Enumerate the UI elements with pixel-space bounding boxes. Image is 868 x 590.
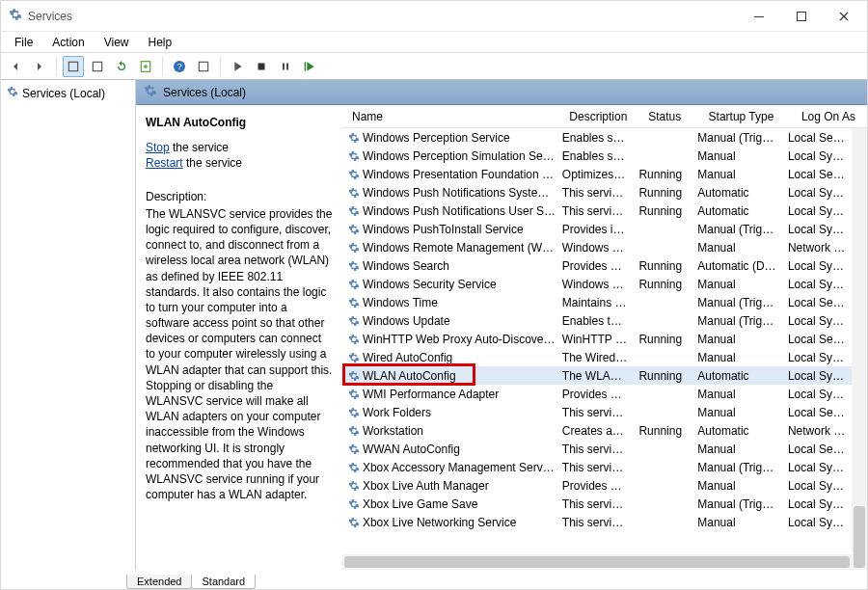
refresh-button[interactable]	[111, 56, 132, 77]
service-startup-cell: Manual	[692, 241, 782, 255]
app-gear-icon	[9, 8, 22, 24]
arrow-right-icon	[32, 59, 47, 74]
service-logon-cell: Local Syster	[782, 314, 852, 328]
service-row[interactable]: Windows Remote Management (WS-...Windows…	[342, 238, 852, 256]
service-name-cell: Windows Security Service	[363, 278, 556, 291]
service-desc-cell: The Wired A...	[556, 351, 634, 364]
scrollbar-thumb[interactable]	[344, 556, 850, 568]
service-startup-cell: Automatic (De...	[692, 259, 782, 273]
details-button[interactable]	[193, 56, 214, 77]
service-desc-cell: Provides aut...	[556, 479, 634, 493]
bottom-tabs: Extended Standard	[1, 570, 867, 589]
service-logon-cell: Local Servic	[782, 131, 852, 145]
service-desc-cell: The WLANS...	[556, 369, 634, 383]
properties-button[interactable]	[87, 56, 108, 77]
col-logon[interactable]: Log On As	[796, 110, 867, 123]
service-logon-cell: Local Servic	[782, 333, 852, 346]
horizontal-scrollbar[interactable]	[342, 554, 852, 570]
service-row[interactable]: WMI Performance AdapterProvides per...Ma…	[342, 385, 852, 403]
restart-service-link[interactable]: Restart	[146, 156, 183, 170]
help-button[interactable]	[169, 56, 190, 77]
service-desc-cell: Creates and ...	[556, 424, 634, 438]
nav-back-button[interactable]	[5, 56, 26, 77]
service-row[interactable]: Windows Push Notifications User Servi...…	[342, 201, 852, 220]
service-logon-cell: Local Syster	[782, 461, 852, 474]
service-row[interactable]: WinHTTP Web Proxy Auto-Discovery S...Win…	[342, 330, 852, 348]
maximize-button[interactable]	[780, 2, 823, 31]
tree-root[interactable]: Services (Local)	[1, 84, 135, 102]
service-row[interactable]: WLAN AutoConfigThe WLANS...RunningAutoma…	[342, 366, 852, 385]
service-name-cell: Windows Remote Management (WS-...	[363, 241, 556, 255]
service-row[interactable]: Windows UpdateEnables the ...Manual (Tri…	[342, 311, 852, 330]
window-title: Services	[28, 10, 72, 23]
menu-action[interactable]: Action	[42, 33, 94, 52]
service-row[interactable]: Windows Presentation Foundation Fo...Opt…	[342, 165, 852, 183]
service-startup-cell: Manual (Trigg...	[692, 296, 782, 309]
tab-extended[interactable]: Extended	[126, 575, 192, 589]
service-logon-cell: Local Syster	[782, 278, 852, 291]
col-desc[interactable]: Description	[563, 110, 642, 123]
col-startup[interactable]: Startup Type	[703, 110, 796, 123]
service-name-cell: Windows Perception Service	[363, 131, 556, 145]
stop-service-button[interactable]	[251, 56, 272, 77]
service-name-cell: WMI Performance Adapter	[363, 388, 556, 401]
close-button[interactable]	[823, 2, 865, 31]
service-name-cell: Xbox Live Networking Service	[363, 516, 556, 529]
service-row[interactable]: Windows TimeMaintains d...Manual (Trigg.…	[342, 293, 852, 311]
menu-file[interactable]: File	[5, 33, 42, 52]
vertical-scrollbar[interactable]	[852, 128, 867, 570]
rows-container: Windows Perception ServiceEnables spat..…	[342, 128, 852, 554]
service-logon-cell: Local Syster	[782, 351, 852, 364]
service-logon-cell: Local Servic	[782, 442, 852, 456]
scrollbar-thumb[interactable]	[854, 506, 865, 568]
service-startup-cell: Automatic	[692, 186, 782, 200]
service-startup-cell: Manual	[692, 516, 782, 529]
service-status-cell: Running	[633, 259, 692, 273]
column-headers: Name Description Status Startup Type Log…	[342, 105, 867, 128]
stop-service-link[interactable]: Stop	[146, 141, 170, 154]
service-row[interactable]: Windows Perception ServiceEnables spat..…	[342, 128, 852, 147]
restart-service-button[interactable]	[299, 56, 320, 77]
pause-service-button[interactable]	[275, 56, 296, 77]
service-row[interactable]: Wired AutoConfigThe Wired A...ManualLoca…	[342, 348, 852, 366]
service-row[interactable]: Windows Push Notifications System Se...T…	[342, 183, 852, 201]
gear-icon	[346, 370, 363, 382]
service-row[interactable]: Xbox Live Game SaveThis service ...Manua…	[342, 495, 852, 513]
export-button[interactable]	[135, 56, 156, 77]
service-row[interactable]: WWAN AutoConfigThis service ...ManualLoc…	[342, 440, 852, 458]
panel-title: Services (Local)	[163, 86, 246, 99]
service-row[interactable]: Windows PushToInstall ServiceProvides in…	[342, 220, 852, 238]
service-row[interactable]: Windows Perception Simulation ServiceEna…	[342, 147, 852, 165]
service-row[interactable]: Windows SearchProvides co...RunningAutom…	[342, 256, 852, 275]
menubar: File Action View Help	[1, 32, 867, 53]
service-status-cell: Running	[633, 369, 692, 383]
gear-icon	[346, 242, 363, 254]
service-desc-cell: Enables the ...	[556, 314, 634, 328]
show-hide-tree-button[interactable]	[63, 56, 84, 77]
menu-help[interactable]: Help	[139, 33, 182, 52]
tree-icon	[67, 60, 80, 73]
gear-icon	[346, 407, 363, 418]
service-row[interactable]: Xbox Live Auth ManagerProvides aut...Man…	[342, 476, 852, 495]
col-status[interactable]: Status	[642, 110, 702, 123]
menu-view[interactable]: View	[95, 33, 139, 52]
service-name-cell: Windows Update	[363, 314, 556, 328]
service-row[interactable]: Work FoldersThis service ...ManualLocal …	[342, 403, 852, 421]
service-row[interactable]: WorkstationCreates and ...RunningAutomat…	[342, 421, 852, 440]
minimize-button[interactable]	[738, 2, 780, 31]
gear-icon	[346, 169, 363, 180]
service-row[interactable]: Windows Security ServiceWindows Se...Run…	[342, 275, 852, 293]
service-logon-cell: Local Syster	[782, 388, 852, 401]
pause-icon	[279, 60, 292, 73]
service-name-cell: Windows Search	[363, 259, 556, 273]
service-row[interactable]: Xbox Accessory Management ServiceThis se…	[342, 458, 852, 476]
service-logon-cell: Local Syster	[782, 479, 852, 493]
tab-standard[interactable]: Standard	[191, 575, 256, 589]
col-name[interactable]: Name	[346, 110, 563, 123]
gear-icon	[346, 480, 363, 492]
titlebar[interactable]: Services	[1, 1, 867, 32]
nav-forward-button[interactable]	[29, 56, 50, 77]
start-service-button[interactable]	[227, 56, 248, 77]
service-desc-cell: This service ...	[556, 461, 634, 474]
service-row[interactable]: Xbox Live Networking ServiceThis service…	[342, 513, 852, 531]
